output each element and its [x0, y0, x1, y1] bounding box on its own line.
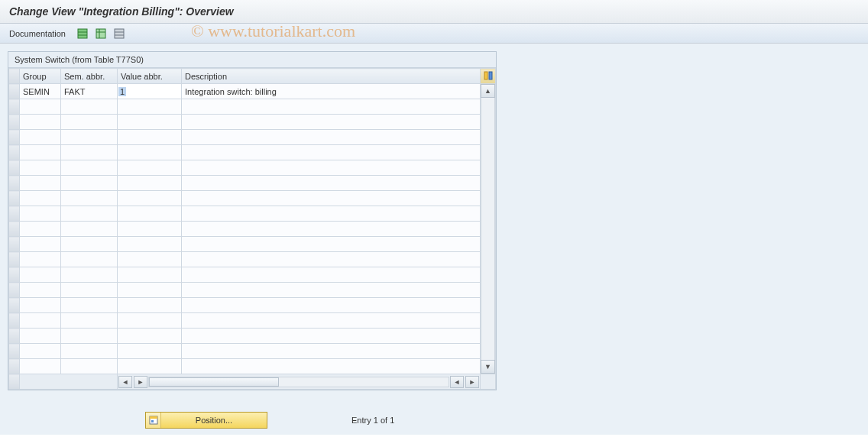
row-selector[interactable] [9, 359, 20, 374]
vscroll-track[interactable] [481, 98, 495, 360]
table-row [9, 298, 496, 313]
row-selector[interactable] [9, 298, 20, 313]
footer: Position... Entry 1 of 1 [8, 412, 860, 429]
svg-rect-3 [96, 29, 105, 38]
cell-sem: FAKT [61, 84, 118, 99]
svg-rect-10 [489, 72, 492, 79]
scroll-left2-icon[interactable]: ◄ [450, 376, 464, 388]
table-row [9, 283, 496, 298]
row-selector[interactable] [9, 252, 20, 267]
scroll-down-icon[interactable]: ▼ [481, 360, 495, 374]
hscroll-track[interactable] [148, 377, 449, 387]
col-val-header[interactable]: Value abbr. [118, 69, 182, 84]
table-green2-icon[interactable] [95, 28, 107, 40]
table-row [9, 344, 496, 359]
row-selector[interactable] [9, 222, 20, 237]
svg-rect-0 [78, 29, 87, 38]
row-selector[interactable] [9, 130, 20, 145]
select-all-header[interactable] [9, 69, 20, 84]
row-selector[interactable] [9, 145, 20, 160]
table-row [9, 130, 496, 145]
svg-rect-9 [484, 72, 487, 79]
cell-val[interactable]: 1 [118, 84, 182, 99]
table-row: SEMIN FAKT 1 Integration switch: billing… [9, 84, 496, 99]
row-selector[interactable] [9, 115, 20, 130]
table-row [9, 176, 496, 191]
entry-count-label: Entry 1 of 1 [351, 416, 394, 425]
col-sem-header[interactable]: Sem. abbr. [61, 69, 118, 84]
system-switch-panel: System Switch (from Table T77S0) Group S… [8, 51, 497, 390]
hscroll-thumb[interactable] [149, 377, 279, 387]
table-row [9, 313, 496, 329]
cell-desc: Integration switch: billing [182, 84, 481, 99]
position-button[interactable]: Position... [145, 412, 267, 429]
cell-group: SEMIN [20, 84, 61, 99]
position-icon [146, 413, 161, 428]
content-area: System Switch (from Table T77S0) Group S… [0, 44, 868, 435]
documentation-button[interactable]: Documentation [9, 29, 66, 38]
row-selector[interactable] [9, 237, 20, 252]
table-row [9, 222, 496, 237]
table-gray-icon[interactable] [113, 28, 125, 40]
row-selector[interactable] [9, 160, 20, 176]
table-row [9, 191, 496, 206]
page-title: Change View "Integration Billing": Overv… [0, 0, 868, 24]
svg-rect-6 [115, 29, 124, 38]
row-selector[interactable] [9, 329, 20, 344]
table-row [9, 359, 496, 374]
table-row [9, 329, 496, 344]
scroll-left-icon[interactable]: ◄ [118, 376, 132, 388]
row-selector[interactable] [9, 313, 20, 329]
table-row [9, 267, 496, 283]
row-selector[interactable] [9, 84, 20, 99]
col-desc-header[interactable]: Description [182, 69, 481, 84]
configure-columns-icon[interactable] [481, 69, 496, 84]
table-row [9, 160, 496, 176]
toolbar: Documentation [0, 24, 868, 44]
col-group-header[interactable]: Group [20, 69, 61, 84]
value-input[interactable]: 1 [118, 87, 126, 96]
data-grid: Group Sem. abbr. Value abbr. Description… [8, 68, 496, 390]
panel-title: System Switch (from Table T77S0) [8, 52, 496, 68]
table-row [9, 145, 496, 160]
position-label: Position... [161, 416, 267, 425]
table-row [9, 252, 496, 267]
row-selector[interactable] [9, 267, 20, 283]
table-row [9, 206, 496, 222]
row-selector[interactable] [9, 99, 20, 115]
table-row [9, 115, 496, 130]
svg-rect-12 [150, 416, 157, 419]
svg-rect-13 [151, 420, 154, 422]
table-row [9, 237, 496, 252]
hscroll-row: ◄ ► ◄ ► [9, 374, 496, 390]
row-selector[interactable] [9, 191, 20, 206]
row-selector[interactable] [9, 206, 20, 222]
row-selector[interactable] [9, 176, 20, 191]
row-selector[interactable] [9, 344, 20, 359]
row-selector[interactable] [9, 283, 20, 298]
table-row [9, 99, 496, 115]
scroll-up-icon[interactable]: ▲ [481, 84, 495, 98]
table-green-icon[interactable] [76, 28, 89, 40]
scroll-right2-icon[interactable]: ► [465, 376, 479, 388]
header-row: Group Sem. abbr. Value abbr. Description [9, 69, 496, 84]
grid-wrap: Group Sem. abbr. Value abbr. Description… [8, 68, 496, 390]
scroll-right-icon[interactable]: ► [134, 376, 147, 388]
